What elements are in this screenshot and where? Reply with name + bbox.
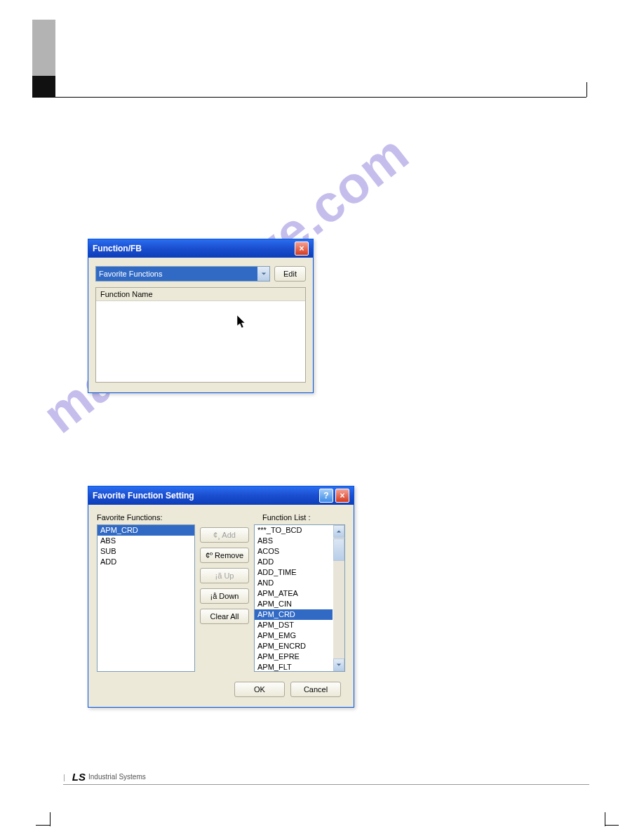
crop-mark	[605, 825, 619, 826]
list-item[interactable]: AND	[255, 578, 333, 588]
remove-button[interactable]: ¢º Remove	[200, 548, 249, 563]
list-item[interactable]: APM_ATEA	[255, 588, 333, 599]
list-item[interactable]: APM_ENCRD	[255, 641, 333, 651]
crop-mark	[36, 825, 50, 826]
function-fb-dialog: Function/FB × Favorite Functions Edit Fu…	[88, 239, 314, 393]
function-name-header: Function Name	[96, 288, 305, 301]
edit-button[interactable]: Edit	[274, 266, 306, 282]
scroll-thumb[interactable]	[333, 538, 344, 561]
ls-logo: LS	[72, 771, 86, 783]
scroll-track[interactable]	[333, 562, 344, 658]
ok-button[interactable]: OK	[234, 682, 285, 697]
list-item[interactable]: ABS	[255, 536, 333, 546]
help-icon[interactable]: ?	[319, 489, 333, 503]
list-item[interactable]: ***_TO_BCD	[255, 525, 333, 536]
category-combobox[interactable]: Favorite Functions	[95, 266, 270, 282]
favorite-function-setting-dialog: Favorite Function Setting ? × Favorite F…	[88, 486, 354, 708]
chevron-down-icon[interactable]	[257, 267, 269, 281]
crop-mark	[605, 812, 605, 826]
list-item[interactable]: APM_EPRE	[255, 651, 333, 662]
list-item[interactable]: ABS	[98, 536, 194, 546]
list-item[interactable]: APM_CRD	[98, 525, 194, 536]
list-item[interactable]: APM_CIN	[255, 599, 333, 609]
list-item[interactable]: APM_FLT	[255, 662, 333, 672]
footer-brand: | LS Industrial Systems	[63, 771, 146, 783]
crop-mark	[50, 812, 51, 826]
header-rule	[32, 97, 586, 98]
list-item[interactable]: SUB	[98, 546, 194, 557]
list-item[interactable]: ADD	[98, 557, 194, 567]
dialog-titlebar[interactable]: Function/FB ×	[88, 239, 313, 258]
brand-text: Industrial Systems	[88, 773, 146, 781]
scroll-down-icon[interactable]	[333, 658, 344, 671]
list-item[interactable]: APM_CRD	[255, 609, 333, 620]
add-button[interactable]: ¢¸ Add	[200, 527, 249, 543]
list-item[interactable]: ACOS	[255, 546, 333, 557]
list-item[interactable]: APM_EMG	[255, 630, 333, 641]
function-list-listbox[interactable]: ***_TO_BCDABSACOSADDADD_TIMEANDAPM_ATEAA…	[254, 524, 345, 672]
dialog-title: Function/FB	[93, 244, 142, 253]
combobox-selected-text: Favorite Functions	[96, 270, 257, 278]
close-icon[interactable]: ×	[295, 241, 309, 256]
function-name-list[interactable]: Function Name	[95, 287, 306, 383]
down-button[interactable]: ¡å Down	[200, 588, 249, 604]
mouse-cursor-icon	[236, 315, 250, 329]
dialog-titlebar[interactable]: Favorite Function Setting ? ×	[88, 486, 354, 505]
list-item[interactable]: ADD_TIME	[255, 567, 333, 578]
clear-all-button[interactable]: Clear All	[200, 609, 249, 624]
close-icon[interactable]: ×	[335, 489, 349, 503]
function-list-scrollbar[interactable]	[333, 525, 344, 671]
chapter-tab-dark	[32, 76, 55, 97]
function-list-label: Function List :	[262, 513, 310, 522]
cancel-button[interactable]: Cancel	[290, 682, 341, 697]
footer-rule	[63, 784, 589, 785]
scroll-up-icon[interactable]	[333, 525, 344, 538]
favorite-functions-label: Favorite Functions:	[97, 513, 201, 522]
up-button[interactable]: ¡ã Up	[200, 568, 249, 583]
list-item[interactable]: APM_DST	[255, 620, 333, 630]
favorite-functions-listbox[interactable]: APM_CRDABSSUBADD	[97, 524, 195, 672]
list-item[interactable]: ADD	[255, 557, 333, 567]
dialog-title: Favorite Function Setting	[93, 491, 194, 501]
header-tickmark	[586, 82, 587, 97]
